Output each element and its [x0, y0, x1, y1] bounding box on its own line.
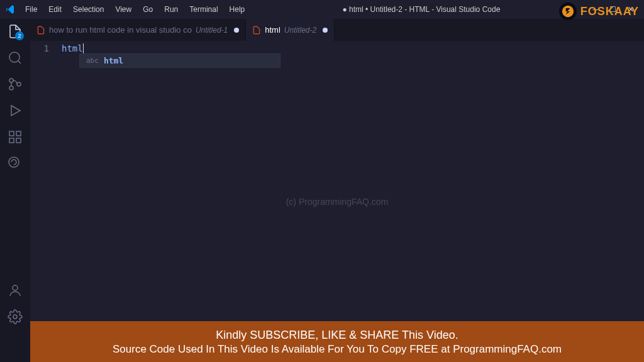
dirty-indicator-icon — [234, 28, 239, 33]
watermark-text: (c) ProgrammingFAQ.com — [286, 197, 389, 207]
menu-edit[interactable]: Edit — [43, 3, 67, 16]
tab-label: how to run html code in visual studio co — [49, 25, 192, 35]
run-debug-icon[interactable] — [8, 103, 23, 118]
autocomplete-popup[interactable]: abc html — [79, 53, 280, 68]
dirty-indicator-icon — [323, 28, 328, 33]
svg-point-3 — [9, 79, 13, 82]
search-icon[interactable] — [8, 50, 23, 65]
svg-point-5 — [17, 82, 21, 86]
settings-icon[interactable] — [8, 309, 23, 324]
autocomplete-item[interactable]: abc html — [80, 54, 280, 67]
activity-bar: 2 — [0, 19, 30, 362]
menu-run[interactable]: Run — [159, 3, 183, 16]
banner-line-1: Kindly SUBSCRIBE, LIKE & SHARE This Vide… — [38, 327, 636, 343]
accounts-icon[interactable] — [8, 283, 23, 298]
banner-line-2: Source Code Used In This Video Is Availa… — [38, 343, 636, 357]
source-control-icon[interactable] — [8, 77, 23, 92]
tab-sublabel: Untitled-2 — [284, 26, 316, 35]
menu-terminal[interactable]: Terminal — [184, 3, 223, 16]
tab-untitled-2[interactable]: html Untitled-2 — [246, 19, 335, 41]
remote-icon[interactable] — [8, 156, 23, 171]
tab-sublabel: Untitled-1 — [196, 26, 228, 35]
menu-selection[interactable]: Selection — [68, 3, 109, 16]
svg-rect-10 — [16, 138, 21, 143]
main-area: 2 how to run ht — [0, 19, 644, 362]
code-text: html — [62, 43, 83, 53]
editor-content[interactable]: 1 html abc html (c) ProgrammingFAQ.com — [30, 41, 644, 362]
html-file-icon — [252, 26, 261, 35]
text-cursor — [83, 43, 84, 53]
promo-banner: Kindly SUBSCRIBE, LIKE & SHARE This Vide… — [30, 321, 644, 362]
svg-rect-8 — [16, 131, 21, 136]
foskaay-mark-icon — [559, 3, 577, 20]
minimap[interactable] — [635, 41, 644, 362]
line-gutter: 1 — [30, 41, 62, 362]
window-title: ● html • Untitled-2 - HTML - Visual Stud… — [250, 5, 592, 14]
svg-rect-7 — [9, 131, 14, 136]
svg-line-2 — [18, 61, 21, 63]
svg-rect-9 — [9, 138, 14, 143]
vscode-logo-icon — [5, 4, 15, 14]
svg-marker-6 — [11, 106, 20, 116]
line-number: 1 — [30, 43, 49, 53]
menu-view[interactable]: View — [110, 3, 136, 16]
menu-file[interactable]: File — [20, 3, 42, 16]
autocomplete-kind: abc — [86, 57, 99, 65]
autocomplete-label: html — [104, 56, 123, 65]
extensions-icon[interactable] — [8, 129, 23, 145]
svg-point-1 — [9, 52, 19, 62]
tab-untitled-1[interactable]: how to run html code in visual studio co… — [30, 19, 246, 41]
svg-point-4 — [9, 86, 13, 90]
menu-go[interactable]: Go — [138, 3, 158, 16]
foskaay-logo: FOSKAAY — [559, 3, 639, 20]
explorer-icon[interactable]: 2 — [8, 24, 23, 39]
editor-area: how to run html code in visual studio co… — [30, 19, 644, 362]
foskaay-text: FOSKAAY — [580, 5, 639, 18]
menu-help[interactable]: Help — [225, 3, 250, 16]
svg-point-12 — [13, 315, 17, 319]
title-bar: File Edit Selection View Go Run Terminal… — [0, 0, 644, 19]
menu-bar: File Edit Selection View Go Run Terminal… — [20, 3, 250, 16]
html-file-icon — [36, 26, 45, 35]
tab-label: html — [265, 25, 280, 35]
explorer-badge: 2 — [15, 31, 24, 40]
svg-point-11 — [13, 285, 18, 290]
tab-bar: how to run html code in visual studio co… — [30, 19, 644, 41]
